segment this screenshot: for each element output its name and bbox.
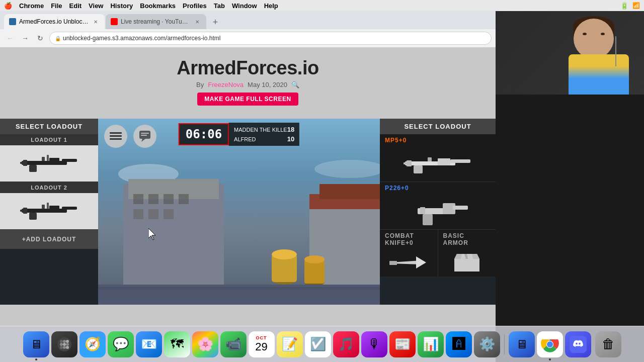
finder2-icon: 🖥 [516,337,528,351]
fullscreen-button[interactable]: MAKE GAME FULL SCREEN [197,93,298,106]
dock-numbers[interactable]: 📊 [418,331,444,357]
game-center[interactable]: 06:06 MADDEN THE KILLE 18 ALFRED 10 [98,119,380,305]
menu-help[interactable]: Help [264,2,278,10]
timer-display: 06:06 [179,123,229,145]
mp5-weapon-image [380,146,496,182]
svg-point-67 [66,343,69,346]
menu-edit[interactable]: Edit [69,2,82,10]
menu-file[interactable]: File [51,2,62,10]
meta-by: By [196,81,204,88]
meta-date: May 10, 2020 [248,81,287,88]
webcam-overlay [496,11,644,95]
dock-maps[interactable]: 🗺 [164,331,190,357]
svg-point-32 [272,249,297,259]
dock-facetime[interactable]: 📹 [220,331,247,357]
loadout-item-2[interactable]: LOADOUT 2 [0,182,98,230]
dock-finder-2[interactable]: 🖥 [509,331,535,357]
dock-mail[interactable]: 📧 [136,331,162,357]
svg-point-66 [63,343,66,346]
chat-icon [138,130,151,143]
webcam-shirt [569,54,629,95]
dock-podcasts[interactable]: 🎙 [361,331,387,357]
mp5-icon [403,150,473,178]
svg-rect-38 [110,132,122,134]
right-weapon-mp5[interactable]: MP5+0 [380,134,496,182]
calendar-day: 29 [255,340,267,353]
svg-rect-60 [389,261,397,265]
url-bar[interactable]: 🔒 unblocked-games.s3.amazonaws.com/armed… [49,32,492,45]
svg-rect-52 [404,162,411,164]
dock-notes[interactable]: 📝 [277,331,303,357]
hud-chat-button[interactable] [133,125,156,148]
p226-label: P226+0 [380,182,496,194]
game-container[interactable]: SELECT LOADOUT LOADOUT 1 [0,119,496,305]
right-weapon-knife[interactable]: COMBAT KNIFE+0 [380,230,438,277]
svg-rect-9 [49,206,59,213]
dock-chrome[interactable] [537,331,563,357]
right-weapon-armor[interactable]: BASIC ARMOR [438,230,496,277]
knife-label: COMBAT KNIFE+0 [380,230,438,249]
maps-icon: 🗺 [171,336,184,352]
dock-system-preferences[interactable]: ⚙️ [474,331,500,357]
reload-button[interactable]: ↻ [34,32,46,44]
loadout-2-weapon[interactable] [0,193,98,229]
left-loadout-panel: SELECT LOADOUT LOADOUT 1 [0,119,98,305]
svg-point-62 [60,340,63,343]
chrome-dot [549,358,551,360]
dock-calendar[interactable]: OCT 29 [249,331,275,357]
svg-point-70 [66,346,69,349]
menu-window[interactable]: Window [232,2,257,10]
menu-view[interactable]: View [89,2,103,10]
finder-dot [35,358,37,360]
chrome-icon [541,335,559,353]
svg-rect-20 [133,194,143,204]
menu-bookmarks[interactable]: Bookmarks [140,2,176,10]
launchpad-icon [57,337,71,351]
dock-trash[interactable]: 🗑 [595,331,621,357]
calendar-month: OCT [256,335,267,340]
svg-rect-23 [179,194,189,204]
search-icon[interactable]: 🔍 [291,81,299,88]
tab-youtube[interactable]: Live streaming · YouTube Stu... ✕ [106,14,206,29]
dock-discord[interactable] [565,331,591,357]
dock-music[interactable]: 🎵 [333,331,359,357]
dock-messages[interactable]: 💬 [108,331,134,357]
reminders-icon: ☑️ [310,336,326,352]
menu-history[interactable]: History [110,2,133,10]
add-loadout-button[interactable]: +ADD LOADOUT [0,230,98,249]
loadout-item-1[interactable]: LOADOUT 1 [0,134,98,182]
tab-close-af[interactable]: ✕ [92,18,100,26]
dock-appstore[interactable]: 🅰 [446,331,472,357]
right-weapon-p226[interactable]: P226+0 [380,182,496,230]
tab-close-yt[interactable]: ✕ [193,18,201,26]
p226-weapon-image [380,194,496,229]
player-2-kills: 10 [287,135,294,143]
apple-logo-icon[interactable]: 🍎 [4,2,12,10]
page-header: ArmedForces.io By FreezeNova May 10, 202… [0,47,496,114]
loadout-1-weapon[interactable] [0,145,98,182]
back-button[interactable]: ← [4,32,16,44]
dock-safari[interactable]: 🧭 [79,331,106,357]
menu-tab[interactable]: Tab [214,2,225,10]
svg-rect-24 [133,209,143,219]
svg-rect-5 [42,157,45,161]
tab-label-yt: Live streaming · YouTube Stu... [121,18,190,25]
forward-button[interactable]: → [19,32,31,44]
new-tab-button[interactable]: + [208,15,222,29]
svg-rect-8 [22,209,67,213]
meta-author[interactable]: FreezeNova [208,81,244,88]
dock-photos[interactable]: 🌸 [192,331,218,357]
player-2-name: ALFRED [234,136,256,142]
svg-point-69 [63,346,66,349]
dock-reminders[interactable]: ☑️ [305,331,331,357]
dock-finder[interactable]: 🖥 [23,331,49,357]
tab-armedforces[interactable]: ArmedForces.io Unblocked ✕ [4,14,105,29]
address-bar: ← → ↻ 🔒 unblocked-games.s3.amazonaws.com… [0,29,496,47]
menu-profiles[interactable]: Profiles [183,2,207,10]
dock-news[interactable]: 📰 [389,331,416,357]
hud-menu-button[interactable] [104,125,127,148]
menu-chrome[interactable]: Chrome [19,2,44,10]
dock-separator [504,334,505,354]
dock-launchpad[interactable] [51,331,77,357]
svg-point-17 [314,160,380,178]
